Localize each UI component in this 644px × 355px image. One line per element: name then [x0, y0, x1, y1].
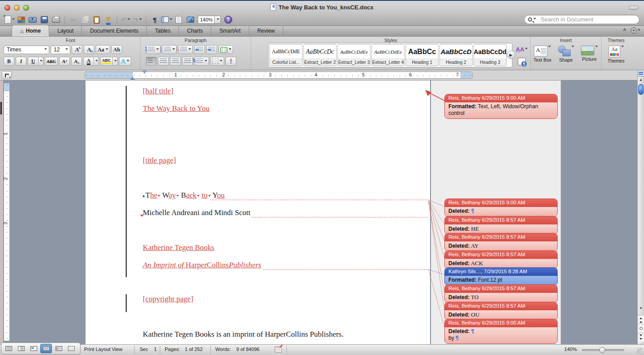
chevron-down-icon[interactable]: [12, 18, 15, 21]
chevron-down-icon[interactable]: [139, 18, 142, 21]
comment-bubble[interactable]: Kathryn Sils…, 7/29/2015 8:28 AM Formatt…: [444, 267, 558, 286]
borders-button[interactable]: [210, 57, 224, 66]
tab-tables[interactable]: Tables: [147, 25, 179, 36]
previous-page-button[interactable]: [638, 315, 644, 324]
sidebar-button[interactable]: [161, 15, 172, 25]
paste-button[interactable]: [91, 15, 102, 25]
tab-charts[interactable]: Charts: [179, 25, 211, 36]
tab-layout[interactable]: Layout: [49, 25, 82, 36]
numbering-button[interactable]: [162, 45, 177, 54]
align-right-button[interactable]: [170, 57, 181, 66]
underline-button[interactable]: U: [28, 57, 38, 66]
titlebar[interactable]: The Way Back to You_knsCE.docx: [0, 1, 644, 13]
align-left-button[interactable]: [146, 57, 157, 66]
format-painter-button[interactable]: [103, 15, 114, 25]
print-layout-button[interactable]: [40, 344, 52, 353]
ribbon-settings-button[interactable]: [631, 27, 640, 34]
split-view-handle[interactable]: [638, 70, 644, 76]
vertical-ruler[interactable]: 1 2 3: [4, 83, 10, 341]
help-button[interactable]: ?: [223, 15, 234, 25]
search-scope-chevron[interactable]: [533, 18, 536, 21]
font-size-combo[interactable]: 12: [51, 46, 70, 54]
italic-button[interactable]: I: [16, 57, 26, 66]
next-page-button[interactable]: [638, 333, 644, 342]
comment-bubble[interactable]: Reis, Bethany 6/29/2015 8:57 AM Deleted:…: [444, 284, 558, 303]
toolbar-toggle-capsule[interactable]: [629, 6, 639, 10]
words-value[interactable]: 9 of 84096: [236, 347, 260, 352]
print-button[interactable]: [51, 15, 61, 25]
tab-smartart[interactable]: SmartArt: [211, 25, 249, 36]
zoom-slider-knob[interactable]: [599, 347, 606, 353]
tab-review[interactable]: Review: [249, 25, 283, 36]
text-direction-button[interactable]: [515, 56, 529, 67]
grow-font-button[interactable]: A▲: [72, 45, 82, 54]
search-field[interactable]: [524, 15, 640, 24]
comment-bubble[interactable]: Reis, Bethany 6/29/2015 9:00 AM Deleted:…: [444, 319, 558, 344]
comment-bubble[interactable]: Reis, Bethany 6/29/2015 9:00 AM Formatte…: [444, 94, 558, 119]
comment-bubble[interactable]: Reis, Bethany 6/29/2015 8:57 AM Deleted:…: [444, 250, 558, 269]
align-center-button[interactable]: [158, 57, 169, 66]
style-extract-letter-3[interactable]: AaBbCcDdEe Extract_Letter 3: [337, 44, 371, 66]
focus-view-button[interactable]: [65, 344, 77, 353]
superscript-button[interactable]: A²: [59, 57, 70, 66]
zoom-value-field[interactable]: 140%: [198, 16, 215, 24]
copy-button[interactable]: [80, 15, 90, 25]
chevron-down-icon[interactable]: [128, 18, 130, 21]
undo-button[interactable]: ↶: [120, 15, 131, 25]
publishing-layout-button[interactable]: [28, 344, 39, 353]
show-formatting-button[interactable]: ¶: [149, 15, 160, 25]
sort-button[interactable]: AZ: [226, 57, 236, 66]
scroll-up-arrow[interactable]: ▲: [638, 78, 644, 82]
document-page[interactable]: [half title] The Way Back to You [title …: [85, 80, 431, 344]
change-case-button[interactable]: Aa: [96, 45, 110, 54]
strikethrough-button[interactable]: ABC: [45, 57, 58, 66]
window-resize-grip[interactable]: [637, 348, 643, 354]
manage-styles-button[interactable]: A̲A: [515, 44, 529, 55]
style-extract-letter-2[interactable]: AaBbCcDc Extract_Letter 2: [303, 44, 337, 66]
style-colorful-list[interactable]: AaBbCcDdE Colorful List...: [269, 44, 303, 66]
multilevel-list-button[interactable]: [178, 45, 193, 54]
insert-shape-button[interactable]: Shape: [554, 46, 577, 63]
increase-indent-button[interactable]: ⇒: [206, 45, 217, 54]
hanging-indent-marker[interactable]: [130, 74, 135, 80]
comment-bubble[interactable]: Reis, Bethany 6/29/2015 8:57 AM Deleted:…: [444, 233, 558, 252]
font-color-dropdown[interactable]: [94, 57, 99, 66]
style-heading-3[interactable]: AaBbCcDd Heading 3: [473, 44, 507, 66]
comment-bubble[interactable]: Reis, Bethany 6/29/2015 8:57 AM Deleted:…: [444, 302, 558, 321]
zoom-stepper[interactable]: [215, 16, 221, 24]
style-heading-2[interactable]: AaBbCcD Heading 2: [439, 44, 473, 66]
open-button[interactable]: [27, 15, 38, 25]
zoom-combo[interactable]: 140%: [198, 16, 221, 24]
media-browser-button[interactable]: [185, 15, 196, 25]
insert-picture-button[interactable]: Picture: [578, 46, 601, 63]
tab-document-elements[interactable]: Document Elements: [82, 25, 147, 36]
tab-home[interactable]: ⌂Home: [12, 25, 49, 36]
track-changes-icon[interactable]: [275, 347, 282, 352]
ribbon-collapse-button[interactable]: ^: [623, 28, 626, 33]
justify-button[interactable]: [182, 57, 193, 66]
style-heading-1[interactable]: AaBbCc Heading 1: [405, 44, 439, 66]
first-line-indent-marker[interactable]: [142, 71, 147, 76]
decrease-indent-button[interactable]: ⇐: [194, 45, 205, 54]
styles-gallery-more-button[interactable]: ▶: [507, 51, 515, 59]
redo-button[interactable]: ↷: [132, 15, 143, 25]
line-spacing-button[interactable]: [194, 57, 209, 66]
tab-stop-selector[interactable]: [2, 71, 12, 79]
comment-bubble[interactable]: Reis, Bethany 6/29/2015 9:00 AM Deleted:…: [444, 199, 558, 217]
font-family-combo[interactable]: Times: [4, 46, 49, 54]
outline-view-button[interactable]: [15, 344, 27, 353]
save-button[interactable]: [39, 15, 50, 25]
font-color-button[interactable]: A: [83, 57, 94, 66]
insert-text-box-button[interactable]: Text Box: [531, 46, 554, 63]
notebook-layout-button[interactable]: [53, 344, 64, 353]
document-elements-button[interactable]: [173, 15, 184, 25]
underline-style-dropdown[interactable]: [38, 57, 43, 66]
select-browse-object-button[interactable]: [638, 324, 644, 333]
scrollbar-thumb[interactable]: [638, 84, 644, 95]
vertical-scrollbar[interactable]: ▲ ▼: [637, 70, 644, 344]
search-input[interactable]: [540, 16, 635, 23]
columns-button[interactable]: [218, 45, 233, 54]
highlight-dropdown[interactable]: [113, 57, 118, 66]
text-effects-button[interactable]: A: [119, 57, 132, 66]
document-proxy-icon[interactable]: [270, 4, 276, 11]
